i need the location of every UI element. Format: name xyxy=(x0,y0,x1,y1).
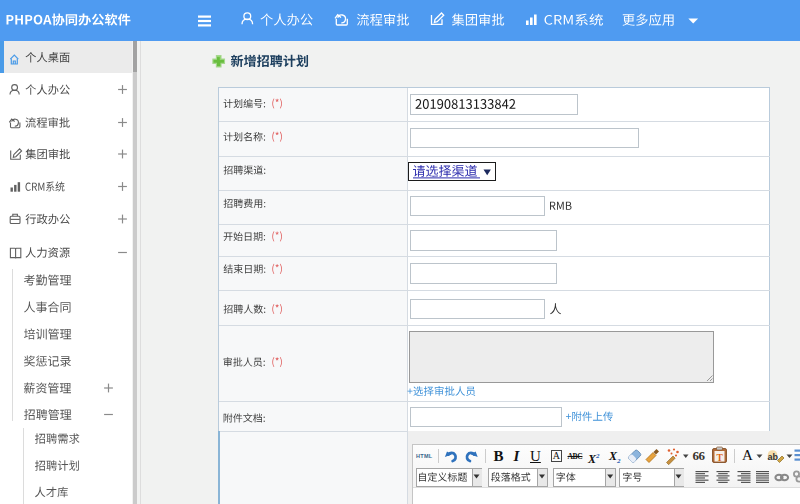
svg-text:T: T xyxy=(717,453,724,463)
svg-text:ab: ab xyxy=(768,452,779,462)
